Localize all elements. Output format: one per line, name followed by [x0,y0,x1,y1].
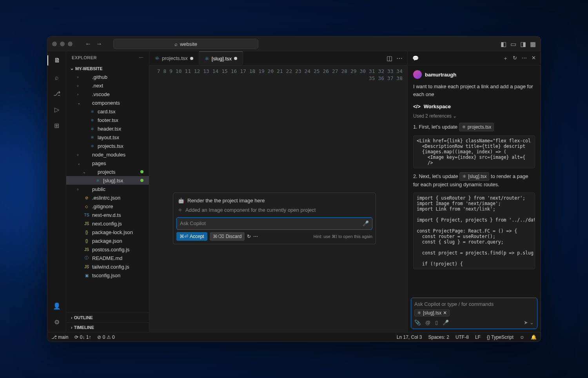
step-2-text: 2. Next, let's update ⚛ [slug].tsx to re… [413,172,535,189]
editor-tab[interactable]: ⚛[slug].tsx [199,51,243,65]
voice-icon[interactable]: 🎤 [443,320,449,325]
file-chip-slug[interactable]: ⚛ [slug].tsx [459,172,489,181]
problems-indicator[interactable]: ⊘ 0 ⚠ 0 [97,334,114,340]
history-icon[interactable]: ↻ [513,55,517,62]
chat-icon[interactable]: 💬 [412,55,419,61]
close-chat-icon[interactable]: ✕ [532,55,536,62]
copilot-inline-input[interactable]: Ask Copilot 🎤 [176,217,372,230]
explorer-more-icon[interactable]: ⋯ [139,55,144,60]
nav-forward-icon[interactable]: → [96,40,102,47]
settings-gear-icon[interactable]: ⚙ [54,318,60,326]
extensions-icon[interactable]: ⊞ [54,122,59,129]
accept-button[interactable]: ⌘⏎ Accept [176,232,207,241]
sparkle-icon: ✧ [178,207,182,214]
file-tree-item[interactable]: ⌄projects [66,167,149,176]
file-tree-item[interactable]: ⌄pages [66,159,149,167]
notifications-icon[interactable]: 🔔 [531,334,537,340]
file-tree-item[interactable]: JSpostcss.config.js [66,245,149,254]
file-tree-item[interactable]: ⚛[slug].tsx [66,176,149,185]
file-tree-item[interactable]: ◇.gitignore [66,202,149,211]
outline-section[interactable]: ›OUTLINE [66,313,149,322]
search-label: website [180,41,197,47]
language-indicator[interactable]: {} TypeScript [487,334,514,340]
file-tree-item[interactable]: ›.vscode [66,90,149,98]
workspace-root[interactable]: ⌄ MY-WEBSITE [66,64,149,73]
chat-code-block-1: <Link href={link} className="flex flex-c… [413,135,535,168]
file-tree-item[interactable]: ⚛footer.tsx [66,116,149,124]
layout-panel-icon[interactable]: ▭ [510,40,516,48]
search-activity-icon[interactable]: ⌕ [55,74,59,81]
status-bar: ⎇ main ⟳ 0↓ 1↑ ⊘ 0 ⚠ 0 Ln 17, Col 3 Spac… [47,332,541,342]
cursor-position[interactable]: Ln 17, Col 3 [397,334,422,340]
file-tree-item[interactable]: ⓘREADME.md [66,254,149,262]
file-tree: ›.github›.next›.vscode⌄components⚛card.t… [66,73,149,313]
close-window[interactable] [52,42,57,46]
file-tree-item[interactable]: ›.github [66,73,149,81]
file-tree-item[interactable]: {}package-lock.json [66,228,149,236]
maximize-window[interactable] [68,42,73,46]
run-debug-icon[interactable]: ▷ [54,106,59,113]
code-editor[interactable]: 7 8 9 10 11 12 13 14 15 16 17 18 19 20 2… [149,65,407,332]
command-center[interactable]: ⌕ website [113,39,258,49]
file-tree-item[interactable]: ▣tsconfig.json [66,271,149,280]
discard-button[interactable]: ⌘⌫ Discard [210,232,245,241]
explorer-icon[interactable]: 🗎 [47,55,66,65]
minimize-window[interactable] [60,42,65,46]
file-tree-item[interactable]: ›public [66,185,149,193]
slash-icon[interactable]: ▯ [435,320,438,325]
chat-code-block-2: import { useRouter } from 'next/router';… [413,193,535,269]
layout-sidebar-right-icon[interactable]: ◨ [520,40,526,48]
file-tree-item[interactable]: ›.next [66,81,149,90]
send-icon[interactable]: ➤ ⌄ [524,320,534,325]
indent-indicator[interactable]: Spaces: 2 [428,334,449,340]
copilot-hint: Hint: use ⌘I to open this again [314,233,372,240]
chat-header: 💬 ＋ ↻ ⋯ ✕ [408,51,541,65]
mention-icon[interactable]: @ [425,320,430,325]
file-tree-item[interactable]: {}package.json [66,236,149,245]
chat-user-row: bamurtraugh [413,70,535,79]
feedback-icon[interactable]: ☺ [520,334,524,340]
eol-indicator[interactable]: LF [475,334,481,340]
file-tree-item[interactable]: ⚛projects.tsx [66,142,149,150]
explorer-header: EXPLORER ⋯ [66,51,149,64]
nav-back-icon[interactable]: ← [85,40,91,47]
file-tree-item[interactable]: ⚛header.tsx [66,124,149,133]
file-tree-item[interactable]: TSnext-env.d.ts [66,211,149,219]
explorer-title: EXPLORER [72,55,97,60]
file-tree-item[interactable]: JSnext.config.js [66,219,149,228]
references-text[interactable]: Used 2 references ⌄ [413,113,535,119]
step-1-text: 1. First, let's update ⚛ projects.tsx [413,123,535,131]
layout-sidebar-left-icon[interactable]: ◧ [501,40,506,48]
source-control-icon[interactable]: ⎇ [53,90,60,97]
more-actions-icon[interactable]: ⋯ [253,233,258,240]
encoding-indicator[interactable]: UTF-8 [456,334,469,340]
file-tree-item[interactable]: ⚛layout.tsx [66,133,149,142]
layout-customize-icon[interactable]: ▦ [530,40,536,48]
chat-input-box[interactable]: Ask Copilot or type / for commands ⚛ [sl… [411,298,537,329]
editor-tab[interactable]: ⚛projects.tsx [149,51,199,65]
file-tree-item[interactable]: ›node_modules [66,150,149,159]
file-tree-item[interactable]: ⊘.eslintrc.json [66,193,149,202]
sync-indicator[interactable]: ⟳ 0↓ 1↑ [74,334,91,340]
mic-icon[interactable]: 🎤 [363,220,369,227]
split-editor-icon[interactable]: ◫ [387,55,392,62]
copilot-chat-panel: 💬 ＋ ↻ ⋯ ✕ bamurtraugh I want to make eac… [407,51,541,332]
search-icon: ⌕ [174,41,178,47]
file-tree-item[interactable]: ⌄components [66,98,149,107]
timeline-section[interactable]: ›TIMELINE [66,322,149,332]
rerun-icon[interactable]: ↻ [247,233,251,240]
activity-bar: 🗎 ⌕ ⎇ ▷ ⊞ 👤 ⚙ [47,51,66,332]
file-tree-item[interactable]: JStailwind.config.js [66,262,149,271]
new-chat-icon[interactable]: ＋ [503,55,508,62]
file-tree-item[interactable]: ⚛card.tsx [66,107,149,116]
branch-indicator[interactable]: ⎇ main [51,334,68,340]
copilot-instruction: Render the the project image here [187,197,265,204]
explorer-sidebar: EXPLORER ⋯ ⌄ MY-WEBSITE ›.github›.next›.… [66,51,149,332]
editor-more-icon[interactable]: ⋯ [396,55,403,62]
chat-more-icon[interactable]: ⋯ [522,55,527,62]
accounts-icon[interactable]: 👤 [53,302,61,310]
file-chip-projects[interactable]: ⚛ projects.tsx [459,123,494,131]
context-chip[interactable]: ⚛ [slug].tsx ✕ [414,309,450,316]
attach-icon[interactable]: 📎 [414,320,421,325]
workspace-badge: </> Workspace [413,104,535,109]
